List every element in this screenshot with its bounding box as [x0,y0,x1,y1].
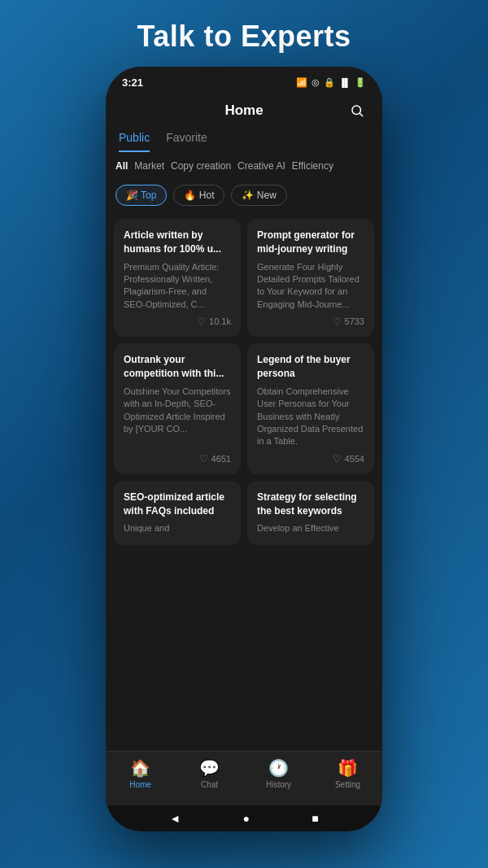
cat-copy-creation[interactable]: Copy creation [171,159,231,173]
status-bar: 3:21 📶 ◎ 🔒 ▐▌ 🔋 [106,67,382,92]
card-4-title: SEO-optimized article with FAQs included [124,491,231,518]
cat-all[interactable]: All [115,159,128,173]
chip-hot[interactable]: 🔥 Hot [173,185,224,206]
nav-history-label: History [266,780,291,789]
status-time: 3:21 [122,76,143,89]
nav-history[interactable]: 🕐 History [244,758,313,789]
signal-icon: ▐▌ [339,78,351,87]
card-0[interactable]: Article written by humans for 100% u... … [114,219,241,337]
wifi-icon: 📶 [296,77,307,88]
phone-screen: 3:21 📶 ◎ 🔒 ▐▌ 🔋 Home Public Favo [106,67,382,831]
tab-favorite[interactable]: Favorite [166,131,207,152]
home-icon: 🏠 [130,758,150,778]
svg-line-1 [359,113,362,116]
card-3-footer: ♡ 4554 [257,453,364,465]
card-1-desc: Generate Four Highly Detailed Prompts Ta… [257,261,364,312]
card-1-title: Prompt generator for mid-journey writing [257,229,364,256]
chip-new[interactable]: ✨ New [231,185,286,206]
header-title: Home [143,103,345,119]
status-icons: 📶 ◎ 🔒 ▐▌ 🔋 [296,77,366,88]
chip-top-label: 🎉 Top [126,190,156,201]
card-4[interactable]: SEO-optimized article with FAQs included… [114,481,241,545]
back-button[interactable]: ◄ [169,812,181,825]
circle-icon: ◎ [312,77,320,88]
card-3-title: Legend of the buyer persona [257,353,364,381]
cards-grid: Article written by humans for 100% u... … [114,219,374,545]
card-1-footer: ♡ 5733 [257,316,364,327]
card-1-likes: 5733 [345,316,364,326]
battery-icon: 🔋 [355,77,366,88]
chat-icon: 💬 [199,758,220,778]
card-3-heart-icon: ♡ [333,453,342,465]
card-5[interactable]: Strategy for selecting the best keywords… [247,481,374,545]
nav-setting[interactable]: 🎁 Setting [313,758,382,789]
card-2-title: Outrank your competition with thi... [124,353,231,381]
tabs-row: Public Favorite [106,128,382,152]
cards-area: Article written by humans for 100% u... … [106,212,382,751]
card-3-likes: 4554 [345,454,364,464]
card-1-heart-icon: ♡ [333,316,342,327]
card-2[interactable]: Outrank your competition with thi... Out… [114,343,241,474]
card-5-title: Strategy for selecting the best keywords [257,491,364,518]
lock-icon: 🔒 [324,77,335,88]
card-4-desc: Unique and [124,522,231,534]
card-0-title: Article written by humans for 100% u... [124,229,231,256]
nav-chat[interactable]: 💬 Chat [175,758,244,789]
nav-home[interactable]: 🏠 Home [106,758,175,789]
nav-chat-label: Chat [201,780,218,789]
card-3-desc: Obtain Comprehensive User Personas for Y… [257,386,364,448]
card-2-desc: Outshine Your Competitors with an In-Dep… [124,386,231,448]
category-filter: All Market Copy creation Creative AI Eff… [106,152,382,180]
bottom-nav: 🏠 Home 💬 Chat 🕐 History 🎁 Setting [106,751,382,805]
svg-point-0 [352,106,361,115]
cat-creative-ai[interactable]: Creative AI [237,159,285,173]
phone-frame: 3:21 📶 ◎ 🔒 ▐▌ 🔋 Home Public Favo [106,67,382,831]
nav-home-label: Home [129,780,151,789]
chip-top[interactable]: 🎉 Top [115,185,167,206]
cat-efficiency[interactable]: Efficiency [292,159,333,173]
home-button[interactable]: ● [242,812,249,825]
card-0-heart-icon: ♡ [197,316,206,327]
page-heading: Talk to Experts [137,0,351,67]
card-5-desc: Develop an Effective [257,522,364,534]
card-2-footer: ♡ 4651 [124,453,231,465]
card-0-footer: ♡ 10.1k [124,316,231,327]
card-2-likes: 4651 [211,454,231,464]
setting-icon: 🎁 [338,758,358,778]
filter-chips: 🎉 Top 🔥 Hot ✨ New [106,180,382,212]
tab-public[interactable]: Public [119,131,150,152]
search-button[interactable] [345,98,369,123]
card-3[interactable]: Legend of the buyer persona Obtain Compr… [247,343,374,474]
card-0-desc: Premium Quality Article: Professionally … [124,261,231,312]
nav-setting-label: Setting [335,780,360,789]
chip-new-label: ✨ New [242,190,276,201]
card-0-likes: 10.1k [209,316,231,326]
chip-hot-label: 🔥 Hot [184,190,214,201]
card-2-heart-icon: ♡ [199,453,208,465]
header: Home [106,92,382,128]
card-1[interactable]: Prompt generator for mid-journey writing… [247,219,374,337]
android-nav: ◄ ● ■ [106,805,382,831]
history-icon: 🕐 [268,758,289,778]
cat-market[interactable]: Market [134,159,164,173]
recent-button[interactable]: ■ [312,812,318,825]
